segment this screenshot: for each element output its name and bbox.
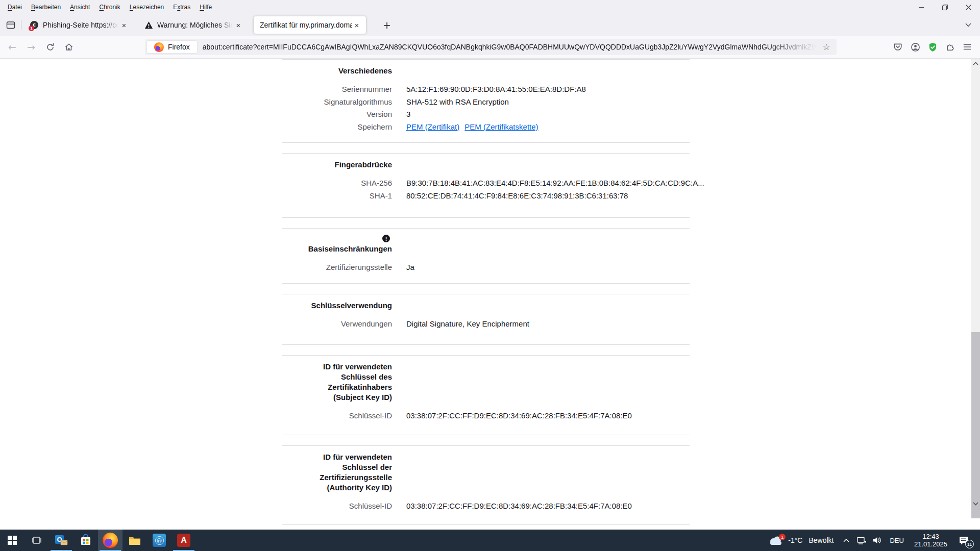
privacy-shield-button[interactable] <box>924 38 941 56</box>
tab-warnung[interactable]: Warnung: Mögliches Sicherheits × <box>139 16 248 34</box>
time-label: 12:43 <box>922 533 939 540</box>
weather-condition-label: Bewölkt <box>808 536 834 544</box>
tab-zertifikat[interactable]: Zertifikat für my.primary.domain × <box>254 16 366 34</box>
titlebar: DateiBearbeitenAnsichtChronikLesezeichen… <box>0 0 980 14</box>
forward-button[interactable]: → <box>23 39 39 55</box>
tab-close-icon[interactable]: × <box>352 20 362 30</box>
cert-row: Schlüssel-ID03:38:07:2F:CC:FF:D9:EC:8D:3… <box>282 500 690 513</box>
pem-download-link[interactable]: PEM (Zertifikat) <box>406 122 459 131</box>
certificate-page: VerschiedenesSeriennummer5A:12:F1:69:90:… <box>0 59 980 508</box>
section-title: Fingerabdrücke <box>282 160 392 170</box>
tab-close-icon[interactable]: × <box>233 20 243 30</box>
scrollbar-thumb[interactable] <box>971 332 980 518</box>
menu-chronik[interactable]: Chronik <box>94 0 125 14</box>
tab-close-icon[interactable]: × <box>119 20 129 30</box>
tab-phishing-seite[interactable]: c 1 Phishing-Seite https://congstar- × <box>25 16 133 34</box>
windows-logo-icon <box>8 536 17 545</box>
menu-bar: DateiBearbeitenAnsichtChronikLesezeichen… <box>0 0 216 14</box>
start-button[interactable] <box>0 530 24 551</box>
outlook-icon: O <box>55 534 68 547</box>
identity-chip[interactable]: Firefox <box>146 40 198 54</box>
row-value: 80:52:CE:DB:74:41:4C:F9:84:E8:6E:C3:74:9… <box>406 190 690 203</box>
menu-hilfe[interactable]: Hilfe <box>195 0 216 14</box>
url-input[interactable]: about:certificate?cert=MIIFuDCCA6CgAwIBA… <box>203 43 819 51</box>
action-center-button[interactable]: 11 <box>952 530 975 551</box>
menu-extras[interactable]: Extras <box>168 0 195 14</box>
row-value: Digital Signature, Key Encipherment <box>406 318 690 331</box>
cert-row: SHA-180:52:CE:DB:74:41:4C:F9:84:E8:6E:C3… <box>282 190 690 203</box>
clock-widget[interactable]: 12:43 21.01.2025 <box>909 530 952 551</box>
firefox-view-button[interactable] <box>3 17 18 33</box>
ethernet-network-icon <box>856 535 867 545</box>
minimize-button[interactable] <box>910 0 933 14</box>
network-tray-button[interactable] <box>854 530 869 551</box>
back-button[interactable]: ← <box>4 39 20 55</box>
reload-button[interactable] <box>42 39 58 55</box>
close-button[interactable] <box>957 0 980 14</box>
critical-extension-icon: ! <box>382 235 390 242</box>
task-view-icon <box>31 535 42 546</box>
cert-section: ID für verwendetenSchlüssel derZertifizi… <box>282 445 690 525</box>
pocket-button[interactable] <box>889 38 906 56</box>
row-value: 03:38:07:2F:CC:FF:D9:EC:8D:34:69:AC:28:F… <box>406 410 690 422</box>
account-button[interactable] <box>906 38 924 56</box>
store-button[interactable] <box>74 530 98 551</box>
app-menu-button[interactable] <box>959 38 976 56</box>
scroll-down-arrow-icon[interactable] <box>971 499 980 508</box>
windows-taskbar: O @ A 1 <box>0 530 980 551</box>
row-label: Verwendungen <box>282 318 392 331</box>
navigation-toolbar: ← → Firefox about:certificate?cert=MIIFu… <box>0 36 980 59</box>
firefox-window: DateiBearbeitenAnsichtChronikLesezeichen… <box>0 0 980 530</box>
row-value: Ja <box>406 261 690 274</box>
task-view-button[interactable] <box>24 530 49 551</box>
cert-section: ID für verwendetenSchlüssel desZertifika… <box>282 355 690 435</box>
at-app-button[interactable]: @ <box>147 530 172 551</box>
chevron-down-icon <box>964 21 972 29</box>
list-all-tabs-button[interactable] <box>961 17 976 33</box>
firefox-icon <box>103 533 118 548</box>
certificate-sections: VerschiedenesSeriennummer5A:12:F1:69:90:… <box>282 59 690 535</box>
puzzle-piece-icon <box>945 42 954 52</box>
outlook-button[interactable]: O <box>49 530 74 551</box>
new-tab-button[interactable]: + <box>379 17 395 33</box>
firefox-taskbar-button[interactable] <box>98 530 122 551</box>
url-bar[interactable]: Firefox about:certificate?cert=MIIFuDCCA… <box>145 39 837 55</box>
extensions-button[interactable] <box>941 38 959 56</box>
keyboard-language-button[interactable]: DEU <box>885 530 909 551</box>
row-value: B9:30:7B:18:4B:41:AC:83:E4:4D:F8:E5:14:9… <box>406 177 704 190</box>
weather-widget[interactable]: 1 -1°C Bewölkt <box>763 530 839 551</box>
toolbar-right <box>889 38 976 56</box>
menu-ansicht[interactable]: Ansicht <box>65 0 94 14</box>
identity-chip-label: Firefox <box>168 43 190 51</box>
close-icon <box>965 4 972 11</box>
cert-section: !BasiseinschränkungenZertifizierungsstel… <box>282 228 690 284</box>
scroll-up-arrow-icon[interactable] <box>971 60 980 68</box>
section-title: Schlüsselverwendung <box>282 300 392 311</box>
row-value: 03:38:07:2F:CC:FF:D9:EC:8D:34:69:AC:28:F… <box>406 500 690 513</box>
bookmark-star-icon[interactable]: ☆ <box>819 40 834 54</box>
chevron-up-icon <box>842 536 850 544</box>
row-label: Speichern <box>282 121 392 134</box>
section-title: ID für verwendetenSchlüssel derZertifizi… <box>282 452 392 493</box>
critical-badge-wrap: ! <box>282 235 392 242</box>
pem-download-link[interactable]: PEM (Zertifikatskette) <box>464 122 538 131</box>
row-label: Schlüssel-ID <box>282 500 392 513</box>
home-button[interactable] <box>61 39 77 55</box>
date-label: 21.01.2025 <box>914 540 947 548</box>
tab-title: Zertifikat für my.primary.domain <box>260 21 352 29</box>
cert-row: SignaturalgorithmusSHA-512 with RSA Encr… <box>282 96 690 109</box>
restore-button[interactable] <box>933 0 957 14</box>
section-title: ID für verwendetenSchlüssel desZertifika… <box>282 362 392 403</box>
acrobat-reader-button[interactable]: A <box>172 530 196 551</box>
file-explorer-button[interactable] <box>122 530 147 551</box>
favicon-badge: 1 <box>29 26 34 31</box>
vertical-scrollbar[interactable] <box>971 59 980 508</box>
volume-tray-button[interactable] <box>869 530 885 551</box>
menu-bearbeiten[interactable]: Bearbeiten <box>27 0 65 14</box>
tray-expand-button[interactable] <box>839 530 854 551</box>
row-label: Seriennummer <box>282 83 392 96</box>
menu-datei[interactable]: Datei <box>3 0 27 14</box>
tab-separator <box>21 20 21 30</box>
menu-lesezeichen[interactable]: Lesezeichen <box>125 0 168 14</box>
cert-row: ZertifizierungsstelleJa <box>282 261 690 274</box>
